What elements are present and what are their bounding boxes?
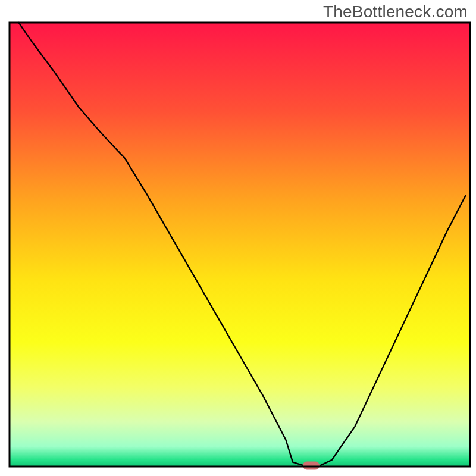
watermark-text: TheBottleneck.com (323, 2, 468, 21)
chart-background-gradient (10, 23, 470, 466)
bottleneck-chart (0, 0, 476, 476)
chart-container: TheBottleneck.com (0, 0, 476, 476)
